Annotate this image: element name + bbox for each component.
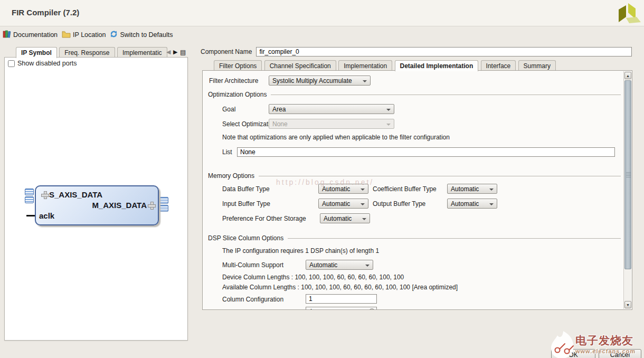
ip-symbol-block[interactable]: S_AXIS_DATA M_AXIS_DATA aclk <box>35 185 159 225</box>
inter-column-pipe-length-range: [1 - 16] <box>385 308 404 310</box>
slave-port-label: S_AXIS_DATA <box>49 190 102 199</box>
toolbar: Documentation IP Location Switch to Defa… <box>0 27 644 43</box>
output-buffer-type-dropdown[interactable]: Automatic <box>447 199 497 209</box>
component-name-label: Component Name <box>201 48 252 55</box>
input-buffer-type-label: Input Buffer Type <box>222 200 270 208</box>
spinner-button-icon[interactable] <box>368 308 375 310</box>
ip-location-button[interactable]: IP Location <box>62 31 106 40</box>
component-name-input[interactable] <box>256 47 632 56</box>
dsp-requires-note: The IP configuration requires 1 DSP chai… <box>222 247 379 255</box>
main-tabs: Filter Options Channel Specification Imp… <box>214 60 556 70</box>
switch-to-defaults-button[interactable]: Switch to Defaults <box>110 30 173 40</box>
master-bus-connector-icon <box>159 197 168 213</box>
ok-button[interactable]: OK <box>551 349 595 358</box>
section-divider <box>271 95 621 95</box>
refresh-icon <box>110 30 118 40</box>
folder-icon <box>62 31 71 40</box>
page-title: FIR Compiler (7.2) <box>12 8 79 17</box>
tab-ip-symbol[interactable]: IP Symbol <box>16 47 57 58</box>
inter-column-pipe-length-label: Inter Column Pipe Length <box>222 308 294 310</box>
expand-slave-port-icon[interactable] <box>41 191 48 198</box>
tab-freq-response[interactable]: Freq. Response <box>59 47 115 58</box>
coefficient-buffer-type-dropdown[interactable]: Automatic <box>447 184 497 194</box>
tab-summary[interactable]: Summary <box>518 60 556 71</box>
scroll-up-icon[interactable]: ▲ <box>624 72 631 79</box>
tab-channel-specification[interactable]: Channel Specification <box>264 60 336 71</box>
filter-architecture-label: Filter Architecture <box>209 77 258 84</box>
column-configuration-label: Column Configuration <box>222 296 283 303</box>
optimization-options-section-label: Optimization Options <box>208 91 267 98</box>
aclk-wire <box>26 215 35 216</box>
ip-location-label: IP Location <box>73 31 106 39</box>
show-disabled-ports-checkbox[interactable] <box>8 60 15 67</box>
filter-architecture-dropdown[interactable]: Systolic Multiply Accumulate <box>269 76 371 86</box>
select-optimization-dropdown: None <box>269 119 394 129</box>
title-bar: FIR Compiler (7.2) <box>0 0 644 26</box>
show-disabled-ports-label: Show disabled ports <box>17 60 77 67</box>
data-buffer-type-label: Data Buffer Type <box>222 185 270 193</box>
expand-master-port-icon[interactable] <box>148 202 155 209</box>
documentation-button[interactable]: Documentation <box>3 30 58 40</box>
goal-dropdown[interactable]: Area <box>269 104 394 114</box>
books-icon <box>3 30 11 40</box>
cancel-button[interactable]: Cancel <box>599 349 641 358</box>
detailed-implementation-pane: Filter Architecture Systolic Multiply Ac… <box>202 70 632 310</box>
slave-bus-connector-icon <box>25 189 34 204</box>
section-divider <box>288 238 621 239</box>
section-divider <box>259 176 621 176</box>
device-column-lengths-text: Device Column Lengths : 100, 100, 100, 6… <box>222 274 404 281</box>
tab-filter-options[interactable]: Filter Options <box>214 60 262 71</box>
preference-other-storage-label: Preference For Other Storage <box>222 215 306 222</box>
documentation-label: Documentation <box>13 31 58 39</box>
tab-interface[interactable]: Interface <box>481 60 516 71</box>
tab-implementation[interactable]: Implementation <box>338 60 392 71</box>
dsp-slice-column-options-section-label: DSP Slice Column Options <box>208 234 283 242</box>
optimization-note: Note that optimizations are only applied… <box>222 134 450 141</box>
output-buffer-type-label: Output Buffer Type <box>373 200 425 208</box>
vertical-scrollbar[interactable]: ▲ ▼ <box>623 71 631 309</box>
master-port-label: M_AXIS_DATA <box>92 201 147 210</box>
aclk-port-label: aclk <box>39 211 54 220</box>
multi-column-support-dropdown[interactable]: Automatic <box>306 260 373 270</box>
tab-scroll-left-icon[interactable]: ◀ <box>166 49 172 55</box>
available-column-lengths-text: Available Column Lengths : 100, 100, 100… <box>222 284 458 291</box>
multi-column-support-label: Multi-Column Support <box>222 261 283 269</box>
goal-label: Goal <box>222 106 235 113</box>
list-label: List <box>222 148 232 156</box>
ip-symbol-panel: Show disabled ports S_AXIS_DATA M_AXIS_D… <box>4 57 188 341</box>
scroll-down-icon[interactable]: ▼ <box>624 301 631 308</box>
tab-implementation-details[interactable]: Implementatic <box>117 47 167 58</box>
tab-detailed-implementation[interactable]: Detailed Implementation <box>395 60 479 71</box>
input-buffer-type-dropdown[interactable]: Automatic <box>318 199 368 209</box>
left-panel-tabs: IP Symbol Freq. Response Implementatic <box>16 47 168 58</box>
coefficient-buffer-type-label: Coefficient Buffer Type <box>373 185 437 193</box>
tab-scroll-right-icon[interactable]: ▶ <box>173 49 178 55</box>
xilinx-logo-icon <box>606 2 641 28</box>
data-buffer-type-dropdown[interactable]: Automatic <box>318 184 368 194</box>
optimization-list-input[interactable] <box>237 147 615 157</box>
switch-to-defaults-label: Switch to Defaults <box>120 31 173 39</box>
tab-list-icon[interactable]: ▤ <box>180 49 187 56</box>
inter-column-pipe-length-spinner[interactable]: 4 <box>306 307 377 310</box>
scrollbar-thumb[interactable] <box>624 80 631 269</box>
column-configuration-input[interactable] <box>306 294 377 304</box>
preference-other-storage-dropdown[interactable]: Automatic <box>320 213 370 223</box>
memory-options-section-label: Memory Options <box>208 172 254 180</box>
